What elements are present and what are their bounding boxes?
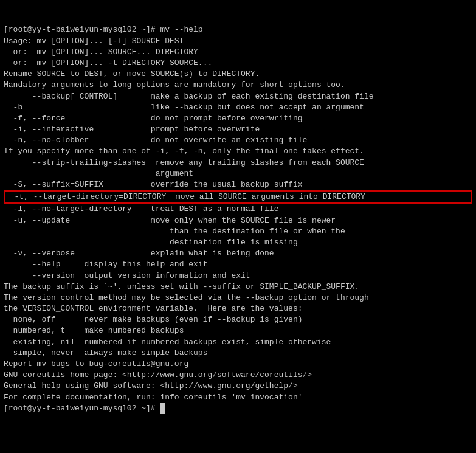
terminal-line: [root@yy-t-baiweiyun-mysql02 ~]# — [4, 403, 472, 414]
terminal-line: -l, --no-target-directory treat DEST as … — [4, 204, 472, 215]
terminal-line: --version output version information and… — [4, 271, 472, 282]
terminal-line: -u, --update move only when the SOURCE f… — [4, 215, 472, 226]
terminal-line: -n, --no-clobber do not overwrite an exi… — [4, 135, 472, 146]
terminal-line: the VERSION_CONTROL environment variable… — [4, 303, 472, 314]
terminal-line: If you specify more than one of -i, -f, … — [4, 146, 472, 157]
terminal-line: GNU coreutils home page: <http://www.gnu… — [4, 370, 472, 381]
terminal-line: Report mv bugs to bug-coreutils@gnu.org — [4, 359, 472, 370]
terminal-line: For complete documentation, run: info co… — [4, 392, 472, 403]
terminal-line: -i, --interactive prompt before overwrit… — [4, 124, 472, 135]
prompt-text: [root@yy-t-baiweiyun-mysql02 ~]# — [4, 404, 160, 413]
terminal-line: --help display this help and exit — [4, 259, 472, 270]
terminal-line: destination file is missing — [4, 237, 472, 248]
terminal-line: [root@yy-t-baiweiyun-mysql02 ~]# mv --he… — [4, 24, 472, 35]
terminal-line: -S, --suffix=SUFFIX override the usual b… — [4, 179, 472, 190]
terminal-line: simple, never always make simple backups — [4, 348, 472, 359]
terminal-line: The version control method may be select… — [4, 292, 472, 303]
terminal-line: Usage: mv [OPTION]... [-T] SOURCE DEST — [4, 36, 472, 47]
terminal-line: Mandatory arguments to long options are … — [4, 80, 472, 91]
terminal-line: -f, --force do not prompt before overwri… — [4, 113, 472, 124]
terminal-line: -t, --target-directory=DIRECTORY move al… — [4, 190, 472, 204]
terminal-window: [root@yy-t-baiweiyun-mysql02 ~]# mv --he… — [4, 2, 472, 453]
terminal-line: none, off never make backups (even if --… — [4, 314, 472, 325]
terminal-line: The backup suffix is `~', unless set wit… — [4, 282, 472, 292]
terminal-line: than the destination file or when the — [4, 226, 472, 237]
terminal-line: General help using GNU software: <http:/… — [4, 381, 472, 392]
terminal-line: --strip-trailing-slashes remove any trai… — [4, 157, 472, 168]
terminal-line: argument — [4, 168, 472, 179]
terminal-line: or: mv [OPTION]... -t DIRECTORY SOURCE..… — [4, 58, 472, 69]
terminal-line: existing, nil numbered if numbered backu… — [4, 337, 472, 348]
terminal-line: numbered, t make numbered backups — [4, 325, 472, 336]
cursor — [160, 403, 165, 414]
terminal-line: --backup[=CONTROL] make a backup of each… — [4, 91, 472, 102]
terminal-line: or: mv [OPTION]... SOURCE... DIRECTORY — [4, 47, 472, 58]
terminal-content: [root@yy-t-baiweiyun-mysql02 ~]# mv --he… — [4, 24, 472, 414]
terminal-line: -v, --verbose explain what is being done — [4, 248, 472, 259]
terminal-line: Rename SOURCE to DEST, or move SOURCE(s)… — [4, 69, 472, 80]
terminal-line: -b like --backup but does not accept an … — [4, 102, 472, 113]
